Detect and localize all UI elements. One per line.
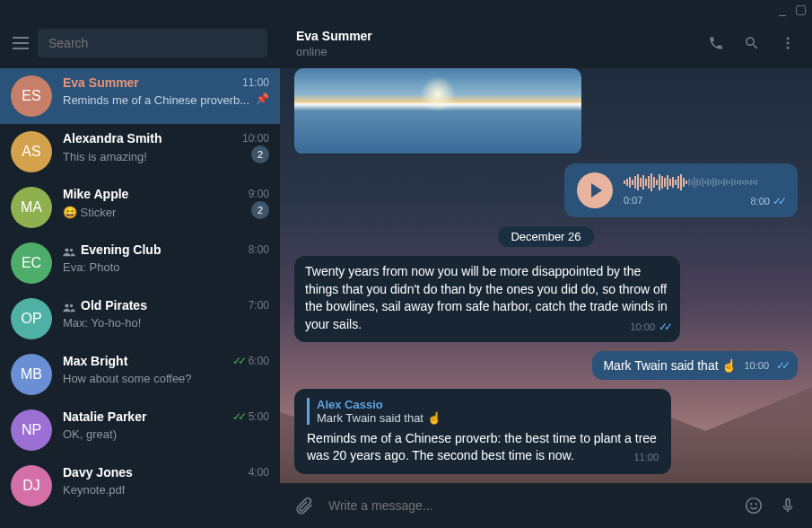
- svg-point-1: [70, 249, 73, 251]
- read-checks-icon: ✓✓: [232, 410, 243, 423]
- chat-time: 7:00: [249, 299, 269, 312]
- message-time: 10:00: [630, 321, 655, 332]
- chat-preview: 😄 Sticker: [63, 206, 116, 219]
- voice-duration: 8:00: [751, 196, 770, 207]
- read-checks-icon: ✓✓: [773, 195, 783, 207]
- message-time: 10:00: [744, 360, 769, 371]
- photo-attachment: [294, 68, 581, 154]
- svg-point-3: [70, 304, 73, 307]
- chat-time: 11:00: [242, 76, 269, 89]
- chat-item[interactable]: MAMike Apple9:00😄 Sticker2: [0, 180, 280, 235]
- chat-preview: How about some coffee?: [63, 372, 192, 385]
- chat-name: Mike Apple: [63, 187, 128, 201]
- chat-time: 8:00: [249, 243, 269, 256]
- message-list: Nearly missed this sunrise 7:00 0:07 8:0…: [280, 68, 812, 483]
- photo-message[interactable]: Nearly missed this sunrise 7:00: [294, 68, 581, 154]
- waveform[interactable]: [624, 173, 785, 191]
- chat-name: Davy Jones: [63, 465, 133, 480]
- composer: [280, 483, 812, 528]
- emoji-icon[interactable]: [744, 496, 764, 515]
- chat-name: Natalie Parker: [63, 409, 146, 424]
- chat-item[interactable]: MBMax Bright✓✓ 6:00How about some coffee…: [0, 347, 280, 402]
- attach-icon[interactable]: [294, 496, 314, 515]
- svg-point-7: [747, 498, 762, 514]
- search-box[interactable]: [38, 29, 267, 57]
- chat-time: 10:00: [242, 132, 269, 145]
- outgoing-message[interactable]: Mark Twain said that ☝️ 10:00 ✓✓: [592, 351, 798, 380]
- avatar: OP: [11, 298, 52, 339]
- chat-item[interactable]: DJDavy Jones4:00Keynote.pdf: [0, 458, 280, 514]
- quote-sender: Alex Cassio: [317, 398, 659, 411]
- date-separator: December 26: [498, 226, 593, 247]
- chat-time: 9:00: [249, 188, 269, 200]
- svg-point-9: [755, 504, 756, 505]
- message-text: Mark Twain said that ☝️: [603, 358, 737, 373]
- chat-status: online: [296, 45, 372, 58]
- voice-elapsed: 0:07: [624, 195, 642, 207]
- chat-preview: Max: Yo-ho-ho!: [63, 316, 141, 330]
- avatar: ES: [11, 75, 52, 117]
- avatar: MB: [11, 354, 52, 395]
- avatar: AS: [11, 131, 52, 172]
- pin-icon: 📌: [256, 92, 269, 105]
- chat-preview: Keynote.pdf: [63, 483, 125, 497]
- voice-record-icon[interactable]: [778, 496, 798, 515]
- quote-text: Mark Twain said that ☝️: [317, 411, 659, 425]
- reply-message[interactable]: Alex Cassio Mark Twain said that ☝️ Remi…: [294, 389, 671, 474]
- play-button[interactable]: [577, 172, 613, 208]
- call-icon[interactable]: [708, 35, 724, 51]
- avatar: DJ: [11, 465, 52, 506]
- menu-icon[interactable]: [13, 37, 29, 49]
- unread-badge: 2: [251, 145, 269, 163]
- svg-rect-10: [786, 499, 790, 507]
- maximize-button[interactable]: ▢: [795, 2, 807, 16]
- avatar: MA: [11, 187, 52, 228]
- chat-time: ✓✓ 6:00: [232, 355, 269, 367]
- chat-item[interactable]: ESEva Summer11:00Reminds me of a Chinese…: [0, 68, 280, 124]
- chat-time: 4:00: [249, 466, 269, 479]
- unread-badge: 2: [251, 201, 269, 219]
- chat-preview: This is amazing!: [63, 150, 147, 163]
- minimize-button[interactable]: _: [779, 2, 786, 16]
- avatar: EC: [11, 242, 52, 284]
- search-icon[interactable]: [744, 35, 760, 51]
- search-input[interactable]: [48, 36, 257, 50]
- svg-point-2: [65, 304, 68, 307]
- chat-name: Max Bright: [63, 354, 127, 368]
- voice-message[interactable]: 0:07 8:00 ✓✓: [564, 163, 798, 217]
- message-text: Twenty years from now you will be more d…: [305, 264, 668, 331]
- avatar: NP: [11, 409, 52, 451]
- chat-item[interactable]: NPNatalie Parker✓✓ 5:00OK, great): [0, 402, 280, 458]
- read-checks-icon: ✓✓: [659, 321, 669, 333]
- read-checks-icon: ✓✓: [232, 355, 243, 367]
- message-input[interactable]: [328, 498, 729, 513]
- chat-name: Eva Summer: [63, 75, 139, 90]
- chat-name: Old Pirates: [63, 298, 147, 312]
- chat-item[interactable]: ASAlexandra Smith10:00This is amazing!2: [0, 124, 280, 180]
- chat-item[interactable]: ECEvening Club8:00Eva: Photo: [0, 235, 280, 291]
- window-titlebar: _ ▢: [0, 0, 812, 18]
- group-icon: [63, 301, 75, 310]
- chat-title: Eva Summer: [296, 29, 372, 43]
- message-time: 11:00: [633, 451, 659, 464]
- more-icon[interactable]: [780, 35, 796, 51]
- incoming-message[interactable]: Twenty years from now you will be more d…: [294, 256, 680, 342]
- message-text: Reminds me of a Chinese proverb: the bes…: [307, 431, 657, 463]
- svg-point-6: [787, 47, 790, 49]
- svg-point-0: [65, 248, 68, 251]
- chat-name: Evening Club: [63, 242, 161, 257]
- svg-point-8: [751, 504, 752, 505]
- chat-preview: OK, great): [63, 427, 117, 441]
- sidebar: ESEva Summer11:00Reminds me of a Chinese…: [0, 18, 280, 528]
- chat-preview: Reminds me of a Chinese proverb...: [63, 93, 249, 107]
- group-icon: [63, 245, 75, 254]
- chat-header: Eva Summer online: [280, 18, 812, 68]
- chat-preview: Eva: Photo: [63, 260, 120, 274]
- chat-name: Alexandra Smith: [63, 131, 162, 145]
- chat-item[interactable]: OPOld Pirates7:00Max: Yo-ho-ho!: [0, 291, 280, 347]
- svg-point-4: [787, 37, 790, 40]
- chat-list: ESEva Summer11:00Reminds me of a Chinese…: [0, 68, 280, 528]
- chat-time: ✓✓ 5:00: [232, 410, 269, 423]
- main-pane: Eva Summer online Nearly missed this sun…: [280, 18, 812, 528]
- read-checks-icon: ✓✓: [776, 359, 787, 372]
